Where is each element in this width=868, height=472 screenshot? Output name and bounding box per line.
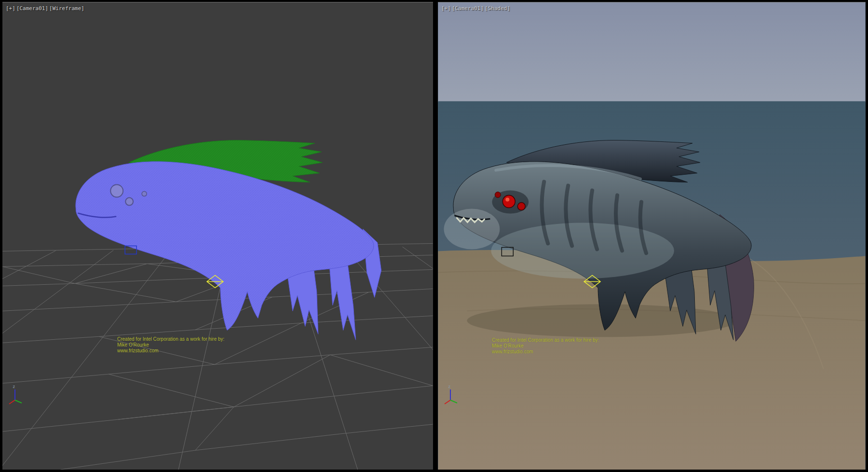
- viewport-shaded[interactable]: [+][Camera01][Shaded]: [438, 2, 866, 470]
- axis-z-label: z: [448, 384, 450, 389]
- watermark: Created for Intel Corporation as a work …: [492, 337, 599, 355]
- world-axis-tripod: z: [443, 383, 462, 406]
- viewport-shading-menu[interactable]: [Wireframe]: [49, 5, 84, 12]
- watermark-line-3: www.frlzstudio.com: [492, 349, 599, 355]
- viewport-pov-menu[interactable]: [Camera01]: [16, 5, 48, 12]
- head-highlight: [444, 209, 500, 250]
- watermark-line-1: Created for Intel Corporation as a work …: [117, 336, 224, 342]
- viewport-wireframe[interactable]: [+][Camera01][Wireframe]: [2, 2, 433, 470]
- axis-z-label: z: [13, 384, 15, 389]
- fish-eye-third: [495, 192, 501, 198]
- axis-y-line: [15, 400, 22, 403]
- fish-eye-small: [125, 198, 133, 206]
- wireframe-scene: [2, 2, 433, 470]
- watermark-line-1: Created for Intel Corporation as a work …: [492, 337, 599, 343]
- viewport-label: [+][Camera01][Wireframe]: [6, 5, 85, 12]
- shaded-scene: [438, 2, 866, 470]
- axis-y-line: [450, 400, 457, 403]
- viewport-general-menu[interactable]: [+]: [6, 5, 15, 12]
- fish-eye-large: [110, 185, 123, 197]
- fish-eye-third: [142, 192, 147, 196]
- world-axis-tripod: z: [7, 383, 27, 406]
- fish-model[interactable]: [76, 140, 381, 340]
- viewport-pov-menu[interactable]: [Camera01]: [452, 5, 484, 12]
- sky: [438, 2, 865, 102]
- max-viewport-workspace: { "viewports": { "wireframe": { "label_s…: [0, 0, 868, 472]
- axis-x-line: [9, 400, 15, 404]
- viewport-label: [+][Camera01][Shaded]: [441, 5, 511, 12]
- viewport-general-menu[interactable]: [+]: [441, 5, 451, 12]
- fish-eye-small: [517, 203, 525, 210]
- watermark-line-2: Mike O'Rourke: [117, 342, 224, 348]
- eye-highlight: [505, 198, 509, 202]
- watermark-line-2: Mike O'Rourke: [492, 343, 599, 349]
- fish-eye-large: [502, 195, 515, 208]
- viewport-shading-menu[interactable]: [Shaded]: [485, 5, 510, 12]
- axis-x-line: [445, 400, 450, 404]
- watermark-line-3: www.frlzstudio.com: [117, 348, 224, 354]
- watermark: Created for Intel Corporation as a work …: [117, 336, 224, 354]
